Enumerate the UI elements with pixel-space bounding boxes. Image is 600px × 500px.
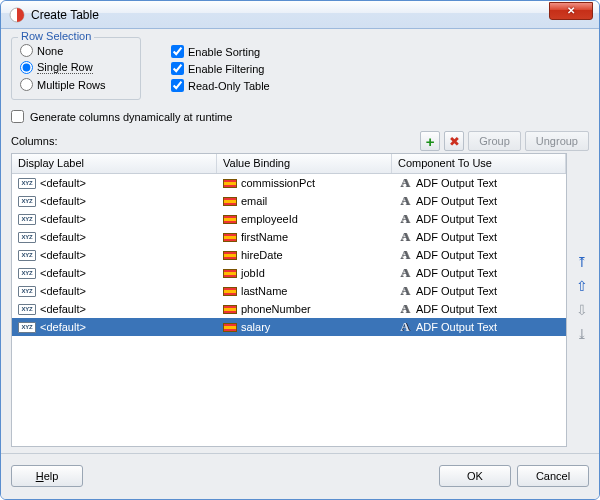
radio-multiple[interactable]: Multiple Rows [20, 76, 132, 93]
binding-icon [223, 287, 237, 296]
binding-icon [223, 305, 237, 314]
move-top-button[interactable]: ⤒ [573, 253, 591, 271]
close-button[interactable]: ✕ [549, 2, 593, 20]
check-dynamic-columns-label: Generate columns dynamically at runtime [30, 111, 232, 123]
table-row[interactable]: XYZ<default>phoneNumberAADF Output Text [12, 300, 566, 318]
check-filtering[interactable]: Enable Filtering [171, 60, 270, 77]
xyz-icon: XYZ [18, 250, 36, 261]
xyz-icon: XYZ [18, 232, 36, 243]
table-row[interactable]: XYZ<default>jobIdAADF Output Text [12, 264, 566, 282]
table-header: Display Label Value Binding Component To… [12, 154, 566, 174]
output-text-icon: A [398, 229, 412, 245]
help-button[interactable]: Help [11, 465, 83, 487]
reorder-toolbar: ⤒ ⇧ ⇩ ⤓ [573, 253, 591, 343]
cell-component: ADF Output Text [416, 249, 497, 261]
app-icon [9, 7, 25, 23]
move-bottom-button[interactable]: ⤓ [573, 325, 591, 343]
add-column-button[interactable]: + [420, 131, 440, 151]
xyz-icon: XYZ [18, 286, 36, 297]
check-dynamic-columns-input[interactable] [11, 110, 24, 123]
close-icon: ✕ [567, 5, 575, 16]
check-sorting[interactable]: Enable Sorting [171, 43, 270, 60]
cell-value-binding: phoneNumber [241, 303, 311, 315]
cell-value-binding: employeeId [241, 213, 298, 225]
cell-component: ADF Output Text [416, 267, 497, 279]
cell-component: ADF Output Text [416, 177, 497, 189]
cell-value-binding: email [241, 195, 267, 207]
columns-table: Display Label Value Binding Component To… [11, 153, 567, 447]
table-row[interactable]: XYZ<default>salaryAADF Output Text [12, 318, 566, 336]
xyz-icon: XYZ [18, 268, 36, 279]
output-text-icon: A [398, 283, 412, 299]
cell-display-label: <default> [40, 213, 86, 225]
cell-display-label: <default> [40, 285, 86, 297]
header-value-binding[interactable]: Value Binding [217, 154, 392, 173]
cell-display-label: <default> [40, 267, 86, 279]
radio-multiple-input[interactable] [20, 78, 33, 91]
xyz-icon: XYZ [18, 196, 36, 207]
radio-single-input[interactable] [20, 61, 33, 74]
check-readonly[interactable]: Read-Only Table [171, 77, 270, 94]
table-row[interactable]: XYZ<default>firstNameAADF Output Text [12, 228, 566, 246]
feature-checks: Enable Sorting Enable Filtering Read-Onl… [171, 37, 270, 94]
cell-component: ADF Output Text [416, 231, 497, 243]
group-button[interactable]: Group [468, 131, 521, 151]
columns-label: Columns: [11, 135, 416, 147]
output-text-icon: A [398, 265, 412, 281]
plus-icon: + [426, 133, 435, 150]
binding-icon [223, 323, 237, 332]
check-readonly-input[interactable] [171, 79, 184, 92]
cell-display-label: <default> [40, 303, 86, 315]
header-display-label[interactable]: Display Label [12, 154, 217, 173]
binding-icon [223, 179, 237, 188]
dialog-buttons: Help OK Cancel [1, 453, 599, 491]
radio-multiple-label: Multiple Rows [37, 79, 105, 91]
arrow-top-icon: ⤒ [576, 254, 588, 270]
output-text-icon: A [398, 247, 412, 263]
output-text-icon: A [398, 319, 412, 335]
table-row[interactable]: XYZ<default>hireDateAADF Output Text [12, 246, 566, 264]
move-down-button[interactable]: ⇩ [573, 301, 591, 319]
cell-display-label: <default> [40, 231, 86, 243]
table-body: XYZ<default>commissionPctAADF Output Tex… [12, 174, 566, 446]
window-title: Create Table [31, 8, 549, 22]
move-up-button[interactable]: ⇧ [573, 277, 591, 295]
delete-column-button[interactable]: ✖ [444, 131, 464, 151]
xyz-icon: XYZ [18, 214, 36, 225]
ungroup-button[interactable]: Ungroup [525, 131, 589, 151]
radio-none-input[interactable] [20, 44, 33, 57]
check-sorting-input[interactable] [171, 45, 184, 58]
radio-none[interactable]: None [20, 42, 132, 59]
cell-display-label: <default> [40, 177, 86, 189]
cell-display-label: <default> [40, 321, 86, 333]
check-filtering-input[interactable] [171, 62, 184, 75]
check-dynamic-columns[interactable]: Generate columns dynamically at runtime [11, 110, 589, 123]
check-filtering-label: Enable Filtering [188, 63, 264, 75]
columns-toolbar: Columns: + ✖ Group Ungroup [11, 131, 589, 151]
table-row[interactable]: XYZ<default>emailAADF Output Text [12, 192, 566, 210]
xyz-icon: XYZ [18, 304, 36, 315]
cell-display-label: <default> [40, 249, 86, 261]
binding-icon [223, 197, 237, 206]
cell-component: ADF Output Text [416, 303, 497, 315]
table-row[interactable]: XYZ<default>lastNameAADF Output Text [12, 282, 566, 300]
cell-component: ADF Output Text [416, 285, 497, 297]
radio-single[interactable]: Single Row [20, 59, 132, 76]
ok-button[interactable]: OK [439, 465, 511, 487]
radio-none-label: None [37, 45, 63, 57]
table-row[interactable]: XYZ<default>employeeIdAADF Output Text [12, 210, 566, 228]
table-row[interactable]: XYZ<default>commissionPctAADF Output Tex… [12, 174, 566, 192]
row-selection-group: Row Selection None Single Row Multiple R… [11, 37, 141, 100]
output-text-icon: A [398, 175, 412, 191]
cell-value-binding: hireDate [241, 249, 283, 261]
cell-component: ADF Output Text [416, 195, 497, 207]
dialog-content: Row Selection None Single Row Multiple R… [1, 29, 599, 499]
xyz-icon: XYZ [18, 322, 36, 333]
check-readonly-label: Read-Only Table [188, 80, 270, 92]
binding-icon [223, 251, 237, 260]
header-component[interactable]: Component To Use [392, 154, 566, 173]
cell-component: ADF Output Text [416, 321, 497, 333]
radio-single-label: Single Row [37, 61, 93, 74]
cancel-button[interactable]: Cancel [517, 465, 589, 487]
cell-display-label: <default> [40, 195, 86, 207]
